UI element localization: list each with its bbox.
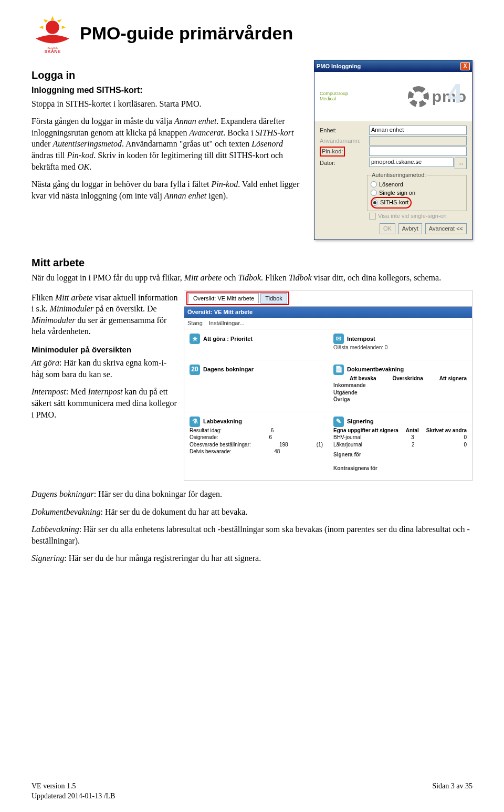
t: 3 bbox=[411, 434, 414, 441]
module-att-gora[interactable]: ★Att göra : Prioritet bbox=[184, 329, 328, 360]
t: Att göra bbox=[32, 358, 59, 367]
module-dokumentbevakning[interactable]: 📄Dokumentbevakning Att bevakaÖverskridna… bbox=[328, 360, 472, 412]
internpost-unread: Olästa meddelanden: 0 bbox=[333, 344, 467, 351]
anvandarnamn-input bbox=[369, 136, 467, 145]
compugroup-label: CompuGroup Medical bbox=[320, 91, 348, 102]
highlight-pinkod: Pin-kod: bbox=[320, 147, 345, 157]
t: ändras till bbox=[32, 151, 67, 160]
t: Minimoduler bbox=[32, 316, 76, 325]
t: Mitt arbete bbox=[184, 273, 222, 282]
tabbar: Översikt: VE Mitt arbete Tidbok bbox=[184, 290, 472, 307]
tab-tidbok[interactable]: Tidbok bbox=[260, 293, 287, 304]
label-dator: Dator: bbox=[320, 159, 369, 167]
t: visar ditt, och dina kollegors, schema. bbox=[312, 273, 442, 282]
label-pinkod: Pin-kod: bbox=[320, 147, 369, 157]
enhet-select[interactable]: Annan enhet bbox=[369, 126, 467, 135]
module-internpost[interactable]: ✉Internpost Olästa meddelanden: 0 bbox=[328, 329, 472, 360]
radio-icon bbox=[371, 190, 377, 196]
radio-single-sign-on[interactable]: Single sign on bbox=[371, 189, 463, 197]
dator-browse-button[interactable]: ... bbox=[455, 158, 467, 169]
heading-mitt-arbete: Mitt arbete bbox=[32, 256, 472, 270]
t: 198 bbox=[279, 441, 288, 449]
t: Internpost bbox=[347, 335, 375, 343]
t: Fliken bbox=[32, 293, 55, 302]
heading-logga-in: Logga in bbox=[32, 68, 307, 82]
avancerat-button[interactable]: Avancerat << bbox=[425, 223, 467, 234]
footer-version: VE version 1.5 bbox=[32, 782, 115, 792]
pen-icon: ✎ bbox=[333, 417, 344, 427]
star-icon: ★ bbox=[190, 334, 200, 344]
label-enhet: Enhet: bbox=[320, 127, 369, 134]
t: : Här ser du alla enhetens labresultat o… bbox=[32, 525, 470, 545]
t: 6 bbox=[269, 434, 272, 441]
row-dator: Dator: pmoprod.i.skane.se ... bbox=[320, 158, 467, 169]
login-titlebar[interactable]: PMO Inloggning X bbox=[314, 60, 472, 72]
footer-updated: Uppdaterad 2014-01-13 /LB bbox=[32, 792, 115, 801]
subheading-siths: Inloggning med SITHS-kort: bbox=[32, 85, 307, 96]
t: (1) bbox=[317, 441, 323, 449]
t: Lösenord bbox=[379, 181, 403, 189]
t: Avancerat bbox=[189, 128, 223, 137]
para-dok: Dokumentbevakning: Här ser du de dokumen… bbox=[32, 506, 472, 518]
tab-mitt-arbete[interactable]: Översikt: VE Mitt arbete bbox=[188, 293, 259, 304]
t: Tidbok bbox=[238, 273, 261, 282]
region-skane-logo: SKÅNE REGION bbox=[32, 13, 74, 55]
radio-siths-kort[interactable]: SITHS-kort bbox=[372, 199, 408, 206]
t: : Här ser du dina bokningar för dagen. bbox=[94, 490, 222, 498]
t: Delvis besvarade: bbox=[190, 448, 231, 455]
t: : Här ser du de dokument du har att beva… bbox=[101, 507, 248, 516]
t: 0 bbox=[464, 441, 467, 449]
module-signering[interactable]: ✎Signering Egna uppgifter att signeraAnt… bbox=[328, 412, 472, 481]
t: . Användarnamn "gråas ut" och texten bbox=[122, 139, 251, 148]
overview-title: Översikt: VE Mitt arbete bbox=[184, 307, 472, 318]
t: Nästa gång du loggar in behöver du bara … bbox=[32, 180, 212, 189]
t: Resultat idag: bbox=[190, 427, 222, 434]
t: Lösenord bbox=[251, 139, 283, 148]
t: Single sign on bbox=[379, 189, 415, 197]
t: Dagens bokningar bbox=[32, 490, 94, 498]
dator-input[interactable]: pmoprod.i.skane.se bbox=[369, 158, 454, 167]
t: Signering bbox=[32, 554, 64, 563]
document-icon: 📄 bbox=[333, 365, 344, 375]
t: . Fliken bbox=[261, 273, 289, 282]
ok-button[interactable]: OK bbox=[380, 223, 395, 234]
module-labbevakning[interactable]: ⚗Labbevakning Resultat idag:6 Osignerade… bbox=[184, 412, 328, 481]
pmo-version-ghost: 4 bbox=[447, 75, 463, 112]
login-title: PMO Inloggning bbox=[317, 63, 460, 70]
t: 6 bbox=[271, 427, 274, 434]
avbryt-button[interactable]: Avbryt bbox=[398, 223, 422, 234]
t: Dagens bokningar bbox=[203, 366, 254, 373]
t: Signera för bbox=[333, 451, 467, 459]
module-dagens-bokningar[interactable]: 20Dagens bokningar bbox=[184, 360, 328, 412]
calendar-icon: 20 bbox=[190, 365, 200, 375]
t: Tidbok bbox=[289, 273, 312, 282]
row-anvandarnamn: Användarnamn: bbox=[320, 136, 467, 145]
t: Att signera bbox=[439, 375, 467, 382]
heading-minimoduler: Minimoduler på översikten bbox=[32, 345, 178, 355]
page-footer: VE version 1.5 Uppdaterad 2014-01-13 /LB… bbox=[32, 782, 472, 801]
t: OK bbox=[78, 162, 89, 171]
auth-fieldset: Autentiseringsmetod: Lösenord Single sig… bbox=[367, 171, 467, 211]
pinkod-input[interactable] bbox=[369, 147, 467, 156]
para-att-gora: Att göra: Här kan du skriva egna kom-i-h… bbox=[32, 357, 178, 380]
t: Mitt arbete bbox=[55, 293, 93, 302]
t: under bbox=[32, 139, 52, 148]
close-icon[interactable]: X bbox=[460, 62, 470, 70]
radio-losenord[interactable]: Lösenord bbox=[371, 181, 463, 189]
row-enhet: Enhet: Annan enhet bbox=[320, 126, 467, 135]
toolbar-installningar[interactable]: Inställningar... bbox=[209, 319, 245, 327]
t: Annan enhet bbox=[174, 117, 216, 126]
para-dagens: Dagens bokningar: Här ser du dina boknin… bbox=[32, 488, 472, 500]
t: SITHS-kort bbox=[380, 199, 408, 206]
t: Obesvarade beställningar: bbox=[190, 441, 251, 449]
mail-icon: ✉ bbox=[333, 334, 344, 344]
t: Internpost bbox=[88, 387, 123, 396]
checkbox-visa-inte[interactable]: Visa inte vid single-sign-on bbox=[369, 212, 467, 220]
toolbar-stang[interactable]: Stäng bbox=[187, 319, 203, 327]
t: Osignerade: bbox=[190, 434, 218, 441]
t: Pin-kod bbox=[212, 180, 238, 189]
t: När du loggat in i PMO får du upp två fl… bbox=[32, 273, 184, 282]
para-fliken-ma: Fliken Mitt arbete visar aktuell informa… bbox=[32, 292, 178, 337]
radio-icon bbox=[372, 200, 378, 206]
t: Minimoduler bbox=[50, 304, 94, 313]
